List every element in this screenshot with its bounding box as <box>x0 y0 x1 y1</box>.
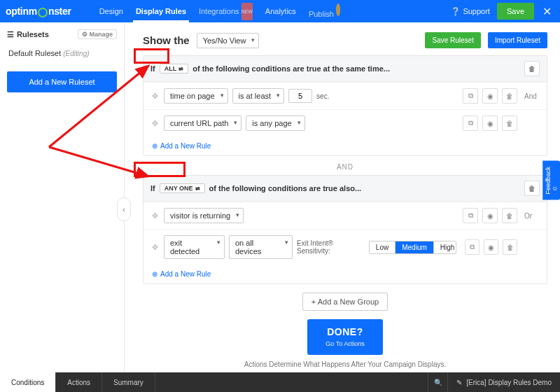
sidebar: ☰Rulesets ⚙ Manage Default Ruleset (Edit… <box>0 22 125 372</box>
feedback-tab[interactable]: Feedback ☺ <box>542 161 560 200</box>
publish-status-dot <box>336 4 340 16</box>
g2-rule1-field-select[interactable]: visitor is returning <box>164 208 244 223</box>
sens-low[interactable]: Low <box>370 241 396 253</box>
g2-rule2-field-select[interactable]: exit detected <box>164 235 225 259</box>
rule1-value-input[interactable] <box>288 89 312 103</box>
nav-analytics[interactable]: Analytics <box>265 1 296 22</box>
sens-high[interactable]: High <box>434 241 456 253</box>
rule-delete-button[interactable]: 🗑 <box>503 239 517 255</box>
new-badge: NEW <box>241 3 253 20</box>
drag-handle[interactable]: ✥ <box>150 119 160 128</box>
plus-icon: ⊕ <box>152 142 158 150</box>
show-the-label: Show the <box>143 34 190 46</box>
top-nav: Design Display Rules IntegrationsNEW Ana… <box>99 0 340 24</box>
rule1-op-select[interactable]: is at least <box>232 88 284 104</box>
manage-rulesets-button[interactable]: ⚙ Manage <box>78 29 117 39</box>
rule-row: ✥ visitor is returning ⧉ ◉ 🗑 Or <box>144 202 547 229</box>
rule-copy-button[interactable]: ⧉ <box>463 88 478 104</box>
add-rule-link-1[interactable]: ⊕Add a New Rule <box>144 136 219 155</box>
footer-bar: Conditions Actions Summary 🔍 ✎[Erica] Di… <box>0 372 560 392</box>
drag-handle[interactable]: ✥ <box>150 92 160 101</box>
add-group-button[interactable]: + Add a New Group <box>302 293 388 311</box>
add-rule-link-2[interactable]: ⊕Add a New Rule <box>144 265 219 284</box>
rule-copy-button[interactable]: ⧉ <box>463 208 478 223</box>
footer-tab-summary[interactable]: Summary <box>102 372 155 392</box>
group2-delete-button[interactable]: 🗑 <box>524 181 540 196</box>
rule-delete-button[interactable]: 🗑 <box>502 115 517 131</box>
rule-preview-button[interactable]: ◉ <box>484 239 498 255</box>
help-icon: ❔ <box>451 7 461 15</box>
nav-design[interactable]: Design <box>99 1 123 22</box>
group2-head-text: of the following conditions are true als… <box>209 184 362 192</box>
rule-copy-button[interactable]: ⧉ <box>463 115 478 131</box>
save-button[interactable]: Save <box>497 3 534 20</box>
rule-preview-button[interactable]: ◉ <box>482 88 498 104</box>
condition-group-1: If ALL⇄ of the following conditions are … <box>143 55 547 156</box>
drag-handle[interactable]: ✥ <box>150 211 160 220</box>
rule2-field-select[interactable]: current URL path <box>164 115 241 131</box>
drag-handle[interactable]: ✥ <box>150 243 160 252</box>
pencil-icon: ✎ <box>456 379 462 386</box>
swap-icon: ⇄ <box>195 186 200 192</box>
quantifier-toggle-all[interactable]: ALL⇄ <box>160 64 189 74</box>
nav-publish[interactable]: Publish <box>309 0 340 24</box>
footer-tab-actions[interactable]: Actions <box>56 372 102 392</box>
footer-campaign-name[interactable]: ✎[Erica] Display Rules Demo <box>447 372 560 392</box>
support-link[interactable]: ❔ Support <box>451 7 490 16</box>
feedback-icon: ☺ <box>552 185 558 192</box>
main-panel: Show the Yes/No View Save Ruleset Import… <box>125 22 560 372</box>
done-caption: Actions Determine What Happens After You… <box>143 360 547 368</box>
rule-andor: And <box>524 92 540 100</box>
rule-row: ✥ current URL path is any page ⧉ ◉ 🗑 <box>144 109 547 136</box>
plus-icon: ⊕ <box>152 270 158 278</box>
rule-preview-button[interactable]: ◉ <box>482 115 498 131</box>
close-icon[interactable]: ✕ <box>540 5 554 18</box>
add-ruleset-button[interactable]: Add a New Ruleset <box>7 71 117 92</box>
condition-group-2: If ANY ONE⇄ of the following conditions … <box>143 175 547 284</box>
done-button[interactable]: DONE? Go To Actions <box>307 319 382 355</box>
nav-display-rules[interactable]: Display Rules <box>136 1 186 22</box>
view-select[interactable]: Yes/No View <box>197 33 260 48</box>
rule-preview-button[interactable]: ◉ <box>482 208 498 223</box>
g2-rule2-scope-select[interactable]: on all devices <box>229 235 293 259</box>
import-ruleset-button[interactable]: Import Ruleset <box>488 32 547 48</box>
swap-icon: ⇄ <box>178 66 183 72</box>
sensitivity-segment: Low Medium High <box>369 241 456 254</box>
rule-delete-button[interactable]: 🗑 <box>502 208 517 223</box>
group1-head-text: of the following conditions are true at … <box>192 64 390 73</box>
save-ruleset-button[interactable]: Save Ruleset <box>425 32 480 48</box>
rule1-field-select[interactable]: time on page <box>164 88 228 104</box>
rule-row: ✥ exit detected on all devices Exit Inte… <box>144 229 547 265</box>
footer-search-button[interactable]: 🔍 <box>428 372 447 392</box>
footer-tab-conditions[interactable]: Conditions <box>0 372 56 392</box>
rule1-unit: sec. <box>316 92 329 100</box>
sensitivity-label: Exit Intent® Sensitivity: <box>297 239 365 255</box>
sidebar-collapse-handle[interactable]: ‹ <box>117 197 131 221</box>
rule-row: ✥ time on page is at least sec. ⧉ ◉ 🗑 An… <box>144 82 547 109</box>
between-operator: AND <box>143 163 547 171</box>
group1-delete-button[interactable]: 🗑 <box>524 61 540 76</box>
sens-medium[interactable]: Medium <box>396 241 434 253</box>
list-icon: ☰ <box>7 30 14 38</box>
rule-delete-button[interactable]: 🗑 <box>502 88 517 104</box>
rule2-op-select[interactable]: is any page <box>246 115 304 131</box>
rulesets-title: Rulesets <box>17 30 49 38</box>
logo: optinmnster <box>6 6 71 17</box>
logo-eye-icon <box>38 8 48 18</box>
ruleset-default[interactable]: Default Ruleset (Editing) <box>7 45 117 62</box>
rule-copy-button[interactable]: ⧉ <box>465 239 479 255</box>
quantifier-toggle-any[interactable]: ANY ONE⇄ <box>160 183 205 193</box>
rule-andor: Or <box>524 212 540 220</box>
nav-integrations[interactable]: IntegrationsNEW <box>199 1 253 22</box>
